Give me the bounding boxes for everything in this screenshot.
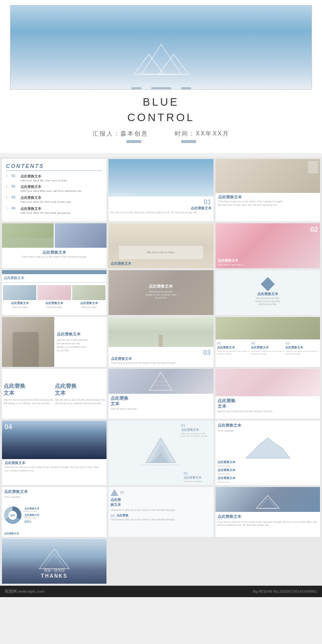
- svg-marker-1: [134, 54, 164, 74]
- slide-chart: 点此替换文本 Your subtitle 点此替换文本 Add your ide…: [215, 421, 320, 485]
- contents-title: CONTENTS: [6, 163, 103, 171]
- slide-ocean: Click here to add you... 01 点此替换文本 My ri…: [108, 159, 213, 221]
- contents-item-1: ▷ 01 点此替换文本 Add your idea My river runs …: [6, 174, 103, 183]
- cover-section: BLUE CONTROL 汇报人：森本创意 时间：XX年XX月: [0, 0, 322, 153]
- slide-collage1: 点此替换文本 Click here to add you to the cent…: [2, 223, 107, 268]
- watermark-left: 昵图网 www.nipic.com: [5, 589, 44, 594]
- slides-grid: CONTENTS ▷ 01 点此替换文本 Add your idea My ri…: [0, 157, 322, 586]
- slide-donut: 点此替换文本 Your subtitle 20% 点此替换文本 Add your…: [2, 487, 107, 537]
- watermark: 昵图网 www.nipic.com By:ff53246 No.20200726…: [0, 586, 322, 597]
- slide-accent-bar: 点此替换文本 点此替换文本 Add your idea 点此替换文本 Add y…: [2, 270, 107, 315]
- slide-diamond: 点此替换文本 We introduce the titledesign to y…: [215, 270, 320, 315]
- cover-image: [10, 5, 312, 90]
- slide-woman: 点此替换文本 Add the text to describe thisWe i…: [2, 317, 107, 367]
- svg-marker-13: [259, 498, 276, 508]
- slide-thanks: 感谢一路有你 THANKS: [2, 539, 107, 584]
- svg-marker-0: [141, 44, 181, 74]
- watermark-right: By:ff53246 No.20200726142345691: [253, 589, 317, 594]
- svg-marker-10: [245, 438, 290, 459]
- slide-triangles-geo: 01 点此替换文本 Click here to add you to the c…: [108, 421, 213, 485]
- slide-dried: 点此替换文本 We introduce the titledesign to y…: [108, 270, 213, 315]
- slide-pineapple-nums: 01 点此替换文本 Click here to add you to the c…: [215, 317, 320, 367]
- cover-title: BLUE CONTROL: [10, 95, 312, 126]
- contents-item-2: ▷ 02 点此替换文本 Add your idea Blue sea, will…: [6, 184, 103, 193]
- slide-two-text: 点此替换文本 Add the text to describe this We …: [2, 369, 107, 419]
- svg-marker-12: [256, 495, 279, 508]
- cover-info: 汇报人：森本创意 时间：XX年XX月: [10, 130, 312, 138]
- slide-blossoms: 点此替换文本 Add the text to describe...: [108, 369, 213, 419]
- slide-contents: CONTENTS ▷ 01 点此替换文本 Add your idea My ri…: [2, 159, 107, 221]
- svg-marker-14: [39, 549, 69, 569]
- slide-narrative: 点此替换文本 Click here to add you to the cent…: [215, 487, 320, 537]
- slide-building: 点此替换文本 Click here to add you to the cent…: [215, 159, 320, 221]
- contents-item-4: ▷ 04 点此替换文本 Add your idea Oh See took gr…: [6, 206, 103, 215]
- contents-item-3: ▷ 03 点此替换文本 Add your idea Oh See took er…: [6, 195, 103, 204]
- svg-marker-15: [43, 554, 65, 569]
- slide-geo-num: 01 点此替换文本 Click here to add you to the c…: [108, 487, 213, 537]
- slide-04-mountain: 04 点此替换文本 Click here to add you to the c…: [2, 421, 107, 485]
- slide-blossoms-right: 点此替换文本 Add the text to describe this We …: [215, 369, 320, 419]
- slide-03-stems: 03 点此替换文本 Click here to add you to the c…: [108, 317, 213, 367]
- slide-flowers: 02 点此替换文本 Click here to add you to...: [215, 223, 320, 268]
- slide-fence: My river runs to thee. 点此替换文本: [108, 223, 213, 268]
- svg-marker-2: [159, 54, 189, 74]
